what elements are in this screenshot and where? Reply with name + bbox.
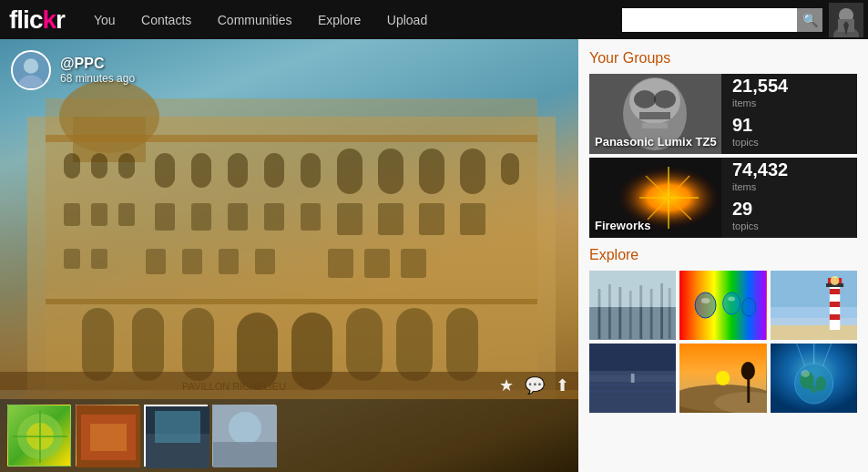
svg-rect-21 <box>460 149 485 194</box>
logo-r: k <box>42 5 56 34</box>
group-thumb-0: Panasonic Lumix TZ5 <box>589 74 721 154</box>
svg-rect-28 <box>228 203 248 231</box>
svg-rect-42 <box>364 249 390 278</box>
svg-point-74 <box>634 90 656 108</box>
navbar: flickr You Contacts Communities Explore … <box>0 0 868 39</box>
avatar-icon <box>829 3 863 37</box>
svg-rect-67 <box>155 411 200 443</box>
poster-username: @PPC <box>60 56 135 72</box>
svg-point-75 <box>654 90 676 108</box>
thumbnail-4[interactable] <box>212 405 276 467</box>
explore-thumb-4[interactable] <box>679 344 766 413</box>
thumbnail-1[interactable] <box>7 405 71 467</box>
nav-upload[interactable]: Upload <box>387 13 427 27</box>
svg-point-103 <box>701 298 710 303</box>
svg-rect-51 <box>396 308 433 381</box>
svg-rect-112 <box>829 289 839 294</box>
svg-point-127 <box>716 371 730 385</box>
svg-rect-64 <box>90 424 127 451</box>
group-card-0[interactable]: Panasonic Lumix TZ5 21,554 items 91 topi… <box>589 74 857 154</box>
group-card-1[interactable]: Fireworks 74,432 items 29 topics <box>589 158 857 238</box>
group-items-count-0: 21,554 <box>732 77 846 95</box>
svg-rect-25 <box>118 203 135 226</box>
svg-rect-35 <box>64 249 80 269</box>
comment-icon[interactable]: 💬 <box>525 375 545 395</box>
poster-avatar[interactable] <box>11 50 51 90</box>
svg-rect-10 <box>64 153 80 179</box>
user-avatar-nav[interactable] <box>829 3 863 37</box>
svg-point-101 <box>723 292 740 314</box>
svg-rect-46 <box>132 308 164 381</box>
svg-point-56 <box>24 58 38 73</box>
svg-rect-13 <box>155 153 175 188</box>
svg-point-135 <box>801 370 810 377</box>
explore-thumb-3[interactable] <box>589 344 676 413</box>
poster-avatar-image <box>13 50 49 90</box>
svg-point-134 <box>810 385 819 393</box>
user-overlay: @PPC 68 minutes ago <box>11 50 135 90</box>
svg-rect-70 <box>213 442 277 467</box>
svg-rect-11 <box>91 153 107 179</box>
logo-end: r <box>56 5 65 34</box>
group-items-count-1: 74,432 <box>732 160 846 179</box>
explore-thumb-0[interactable] <box>589 271 676 340</box>
svg-rect-27 <box>191 203 211 231</box>
star-icon[interactable]: ★ <box>499 375 514 395</box>
groups-section-title: Your Groups <box>589 50 857 67</box>
svg-rect-26 <box>155 203 175 231</box>
share-icon[interactable]: ⬆ <box>556 375 569 395</box>
svg-rect-52 <box>446 308 478 381</box>
explore-thumb-5[interactable] <box>771 344 857 413</box>
svg-rect-114 <box>829 314 839 320</box>
svg-rect-44 <box>46 299 537 304</box>
search-icon: 🔍 <box>802 13 818 27</box>
group-topics-count-0: 91 <box>732 116 846 134</box>
right-panel: Your Groups Panasonic Lumix TZ5 <box>578 39 868 472</box>
building-svg: PAVILLON RICHELIEU <box>0 44 578 399</box>
svg-rect-119 <box>631 374 635 383</box>
svg-rect-37 <box>146 249 166 274</box>
svg-rect-30 <box>301 203 321 231</box>
nav-explore[interactable]: Explore <box>318 13 361 27</box>
group-topics-label-1: topics <box>732 221 846 231</box>
svg-rect-20 <box>419 149 444 194</box>
group-stats-0: 21,554 items 91 topics <box>721 74 857 154</box>
group-items-label-0: items <box>732 98 846 108</box>
explore-thumb-1[interactable] <box>679 271 766 340</box>
group-name-0: Panasonic Lumix TZ5 <box>595 135 717 149</box>
svg-point-129 <box>741 362 755 380</box>
thumbnail-2[interactable] <box>76 405 139 467</box>
search-box: 🔍 <box>622 8 822 32</box>
explore-thumb-2[interactable] <box>771 271 857 340</box>
svg-point-131 <box>794 364 832 404</box>
main-photo: PAVILLON RICHELIEU @PPC 68 minutes ago <box>0 39 578 472</box>
svg-rect-33 <box>419 203 444 235</box>
poster-timestamp: 68 minutes ago <box>60 72 135 85</box>
main-content: PAVILLON RICHELIEU @PPC 68 minutes ago <box>0 39 868 472</box>
svg-point-104 <box>729 297 736 302</box>
svg-rect-40 <box>255 249 275 274</box>
svg-point-100 <box>695 292 716 318</box>
svg-rect-108 <box>771 325 857 340</box>
flickr-logo[interactable]: flickr <box>9 5 65 35</box>
svg-point-102 <box>742 298 756 316</box>
nav-contacts[interactable]: Contacts <box>141 13 191 27</box>
nav-communities[interactable]: Communities <box>218 13 292 27</box>
svg-rect-19 <box>378 149 403 194</box>
thumbnail-strip <box>0 399 578 472</box>
main-nav: You Contacts Communities Explore Upload <box>83 12 438 28</box>
search-input[interactable] <box>622 8 797 32</box>
svg-rect-98 <box>589 271 676 307</box>
svg-rect-17 <box>301 153 321 188</box>
thumbnail-3[interactable] <box>144 405 208 467</box>
svg-rect-31 <box>337 203 363 235</box>
search-button[interactable]: 🔍 <box>797 8 822 32</box>
svg-rect-23 <box>64 203 80 226</box>
svg-rect-18 <box>337 149 363 194</box>
svg-rect-54 <box>0 372 578 399</box>
svg-rect-45 <box>82 308 114 381</box>
svg-rect-12 <box>118 153 135 179</box>
svg-rect-41 <box>328 249 353 278</box>
nav-you[interactable]: You <box>94 13 116 27</box>
svg-rect-29 <box>264 203 284 231</box>
